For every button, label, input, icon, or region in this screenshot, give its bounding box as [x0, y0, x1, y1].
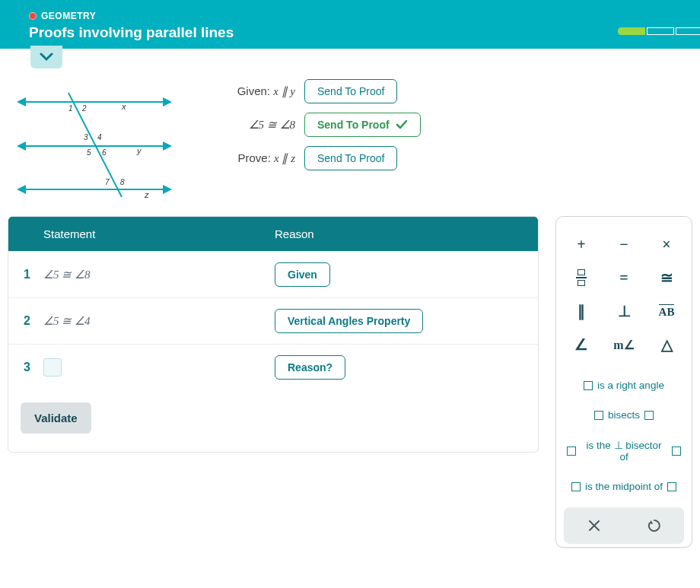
- send-to-proof-prove[interactable]: Send To Proof: [304, 146, 397, 170]
- symbol-grid: + − × = ≅ ∥ ⊥ AB ∠ m∠ △: [564, 230, 684, 358]
- perpendicular-symbol[interactable]: ⊥: [606, 297, 641, 325]
- svg-text:1: 1: [68, 104, 73, 113]
- slot-icon: [567, 447, 576, 456]
- symbol-tool-panel: + − × = ≅ ∥ ⊥ AB ∠ m∠ △ is a right angle: [555, 216, 692, 548]
- slot-icon: [672, 447, 681, 456]
- template-label: is the midpoint of: [585, 481, 663, 492]
- hint-dropdown-button[interactable]: [30, 46, 62, 68]
- reason-button[interactable]: Reason?: [275, 355, 345, 380]
- given-label: Given: x ∥ y: [198, 84, 304, 98]
- template-label: bisects: [608, 409, 640, 421]
- svg-text:3: 3: [84, 133, 88, 141]
- template-bisects[interactable]: bisects: [564, 400, 684, 430]
- row-statement[interactable]: [43, 358, 275, 377]
- table-row: 3 Reason?: [8, 344, 538, 390]
- svg-text:z: z: [144, 190, 149, 199]
- triangle-symbol[interactable]: △: [649, 331, 684, 358]
- geometry-diagram: x y z 1 2 3 4 5 6 7 8: [8, 79, 175, 201]
- chevron-down-icon: [40, 52, 53, 62]
- undo-button[interactable]: [624, 507, 684, 544]
- svg-text:4: 4: [97, 133, 102, 141]
- table-row: 2 ∠5 ≅ ∠4 Vertical Angles Property: [8, 297, 538, 344]
- row-statement[interactable]: ∠5 ≅ ∠4: [43, 314, 275, 328]
- proof-table: Statement Reason 1 ∠5 ≅ ∠8 Given 2 ∠5 ≅ …: [8, 216, 539, 453]
- row-number: 1: [24, 268, 43, 281]
- undo-icon: [647, 518, 662, 533]
- header: GEOMETRY Proofs involving parallel lines: [0, 0, 700, 49]
- measure-angle-symbol[interactable]: m∠: [606, 331, 641, 358]
- given2-math: ∠5 ≅ ∠8: [249, 119, 296, 131]
- svg-text:6: 6: [102, 148, 107, 157]
- row-number: 2: [24, 314, 43, 328]
- given2-label: ∠5 ≅ ∠8: [198, 118, 304, 132]
- minus-symbol[interactable]: −: [606, 230, 641, 258]
- clear-button[interactable]: [564, 507, 624, 544]
- send-label: Send To Proof: [317, 119, 390, 131]
- svg-text:7: 7: [105, 178, 110, 186]
- progress-bar: [618, 27, 700, 35]
- reason-button[interactable]: Given: [275, 262, 330, 287]
- plus-symbol[interactable]: +: [564, 230, 599, 258]
- send-to-proof-given2[interactable]: Send To Proof: [304, 113, 421, 137]
- svg-text:5: 5: [87, 148, 91, 157]
- svg-text:x: x: [121, 102, 126, 111]
- progress-seg-3: [676, 27, 700, 35]
- prove-label: Prove: x ∥ z: [198, 151, 304, 165]
- topic-label: GEOMETRY: [41, 11, 96, 21]
- statement-input[interactable]: [43, 358, 62, 377]
- slot-icon: [594, 411, 603, 420]
- template-right-angle[interactable]: is a right angle: [564, 370, 684, 400]
- slot-icon: [667, 482, 676, 491]
- congruent-symbol[interactable]: ≅: [649, 264, 684, 291]
- svg-text:2: 2: [81, 104, 87, 113]
- send-to-proof-given1[interactable]: Send To Proof: [304, 79, 397, 103]
- parallel-symbol[interactable]: ∥: [564, 297, 599, 325]
- col-reason-header: Reason: [275, 227, 523, 240]
- table-row: 1 ∠5 ≅ ∠8 Given: [8, 251, 538, 297]
- row-number: 3: [24, 361, 43, 374]
- template-label: is the ⊥ bisector of: [581, 439, 667, 462]
- given1-math: x ∥ y: [273, 85, 295, 97]
- svg-line-3: [68, 93, 122, 197]
- proof-table-header: Statement Reason: [8, 217, 538, 251]
- template-midpoint[interactable]: is the midpoint of: [564, 472, 684, 501]
- validate-button[interactable]: Validate: [21, 402, 91, 434]
- angle-symbol[interactable]: ∠: [564, 331, 599, 358]
- svg-text:8: 8: [120, 178, 125, 186]
- row-statement[interactable]: ∠5 ≅ ∠8: [43, 268, 275, 281]
- prove-math: x ∥ z: [274, 152, 295, 164]
- segment-symbol[interactable]: AB: [649, 297, 684, 325]
- slot-icon: [584, 381, 593, 390]
- reason-button[interactable]: Vertical Angles Property: [275, 309, 423, 333]
- progress-seg-1: [618, 27, 645, 35]
- slot-icon: [571, 482, 581, 491]
- svg-text:y: y: [136, 146, 142, 155]
- topic-dot-icon: [29, 12, 37, 20]
- check-icon: [396, 119, 408, 130]
- template-list: is a right angle bisects is the ⊥ bisect…: [564, 370, 684, 501]
- close-icon: [587, 519, 601, 532]
- topic-badge: GEOMETRY: [29, 11, 671, 21]
- col-statement-header: Statement: [43, 227, 275, 240]
- tool-footer: [564, 507, 684, 544]
- times-symbol[interactable]: ×: [649, 230, 684, 258]
- page-title: Proofs involving parallel lines: [29, 24, 671, 41]
- fraction-symbol[interactable]: [564, 264, 599, 291]
- template-perp-bisector[interactable]: is the ⊥ bisector of: [564, 430, 684, 472]
- slot-icon: [644, 411, 654, 420]
- givens-panel: Given: x ∥ y Send To Proof ∠5 ≅ ∠8 Send …: [198, 79, 692, 180]
- template-label: is a right angle: [597, 380, 664, 391]
- equals-symbol[interactable]: =: [606, 264, 641, 291]
- progress-seg-2: [647, 27, 674, 35]
